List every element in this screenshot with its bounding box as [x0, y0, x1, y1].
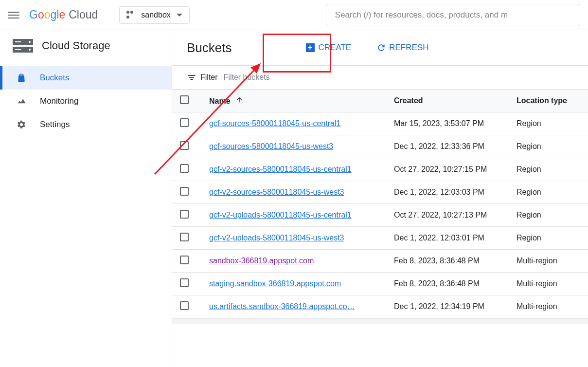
row-checkbox[interactable] [180, 164, 189, 173]
svg-rect-3 [15, 41, 21, 42]
cloud-storage-icon [13, 39, 33, 53]
column-header-name[interactable]: Name [201, 90, 386, 112]
location-type-cell: Region [509, 112, 588, 135]
horizontal-scrollbar[interactable] [172, 318, 588, 324]
filter-input-placeholder[interactable]: Filter buckets [224, 73, 270, 82]
row-checkbox[interactable] [180, 278, 189, 287]
bucket-link[interactable]: gcf-sources-58000118045-us-west3 [209, 142, 333, 150]
google-cloud-logo[interactable]: Google Cloud [29, 8, 98, 21]
created-cell: Dec 1, 2022, 12:34:19 PM [386, 295, 509, 318]
created-cell: Dec 1, 2022, 12:03:03 PM [386, 181, 509, 204]
bucket-link[interactable]: staging.sandbox-366819.appspot.com [209, 279, 341, 288]
bucket-link[interactable]: gcf-v2-sources-58000118045-us-central1 [209, 165, 352, 173]
filter-icon [187, 73, 196, 82]
create-button[interactable]: + CREATE [300, 39, 357, 56]
sidebar-item-label: Monitoring [40, 96, 78, 106]
svg-point-4 [29, 49, 31, 51]
sidebar-item-label: Buckets [40, 73, 69, 83]
refresh-icon [376, 43, 386, 53]
svg-point-2 [29, 41, 31, 43]
buckets-table: Name Created Location type gcf-sources-5… [172, 90, 588, 318]
hamburger-menu-button[interactable] [8, 9, 19, 21]
filter-row: Filter Filter buckets [172, 66, 588, 90]
row-checkbox[interactable] [180, 256, 189, 264]
filter-label[interactable]: Filter [187, 73, 218, 82]
bucket-icon [17, 73, 26, 83]
location-type-cell: Multi-region [509, 250, 588, 273]
created-cell: Oct 27, 2022, 10:27:15 PM [386, 158, 509, 181]
sidebar-header: Cloud Storage [0, 30, 172, 61]
gear-icon [17, 120, 26, 129]
row-checkbox[interactable] [180, 210, 189, 219]
topbar: Google Cloud sandbox [0, 0, 588, 30]
column-header-location-type[interactable]: Location type [509, 90, 588, 112]
logo-suffix: Cloud [69, 8, 98, 21]
table-row: sandbox-366819.appspot.com Feb 8, 2023, … [172, 250, 588, 273]
table-row: gcf-v2-sources-58000118045-us-central1 O… [172, 158, 588, 181]
main-header: Buckets + CREATE REFRESH [172, 30, 588, 66]
refresh-label: REFRESH [389, 43, 428, 53]
bucket-link[interactable]: gcf-sources-58000118045-us-central1 [209, 119, 340, 128]
main-content: Buckets + CREATE REFRESH Filter Filter b… [172, 30, 588, 367]
table-row: staging.sandbox-366819.appspot.com Feb 8… [172, 273, 588, 295]
project-icon [126, 11, 135, 19]
row-checkbox[interactable] [180, 141, 189, 150]
sort-ascending-icon [235, 96, 243, 104]
bucket-link[interactable]: us.artifacts.sandbox-366819.appspot.co… [209, 302, 355, 311]
sidebar-title: Cloud Storage [42, 39, 110, 52]
location-type-cell: Region [509, 135, 588, 158]
svg-rect-5 [15, 49, 21, 50]
table-row: gcf-sources-58000118045-us-central1 Mar … [172, 112, 588, 135]
row-checkbox[interactable] [180, 187, 189, 196]
refresh-button[interactable]: REFRESH [376, 43, 428, 53]
project-selector[interactable]: sandbox [119, 6, 190, 24]
location-type-cell: Multi-region [509, 295, 588, 318]
bucket-link[interactable]: sandbox-366819.appspot.com [209, 257, 314, 265]
search-input[interactable] [326, 4, 580, 26]
created-cell: Dec 1, 2022, 12:03:01 PM [386, 227, 509, 250]
row-checkbox[interactable] [180, 233, 189, 241]
column-header-created[interactable]: Created [386, 90, 509, 112]
row-checkbox[interactable] [180, 301, 189, 310]
sidebar-item-buckets[interactable]: Buckets [0, 66, 172, 90]
select-all-checkbox[interactable] [180, 95, 189, 104]
location-type-cell: Region [509, 204, 588, 227]
sidebar-item-label: Settings [40, 120, 70, 129]
create-label: CREATE [319, 43, 352, 53]
project-name: sandbox [141, 11, 171, 19]
monitoring-icon [17, 96, 26, 106]
table-row: gcf-sources-58000118045-us-west3 Dec 1, … [172, 135, 588, 158]
bucket-link[interactable]: gcf-v2-uploads-58000118045-us-west3 [209, 234, 344, 242]
sidebar-item-settings[interactable]: Settings [0, 113, 172, 136]
created-cell: Feb 8, 2023, 8:36:48 PM [386, 250, 509, 273]
created-cell: Oct 27, 2022, 10:27:13 PM [386, 204, 509, 227]
location-type-cell: Region [509, 181, 588, 204]
sidebar: Cloud Storage BucketsMonitoringSettings [0, 30, 172, 367]
page-title: Buckets [187, 40, 232, 55]
bucket-link[interactable]: gcf-v2-uploads-58000118045-us-central1 [209, 211, 352, 219]
location-type-cell: Multi-region [509, 273, 588, 295]
table-row: gcf-v2-uploads-58000118045-us-west3 Dec … [172, 227, 588, 250]
table-row: us.artifacts.sandbox-366819.appspot.co… … [172, 295, 588, 318]
created-cell: Dec 1, 2022, 12:33:36 PM [386, 135, 509, 158]
location-type-cell: Region [509, 227, 588, 250]
created-cell: Mar 15, 2023, 3:53:07 PM [386, 112, 509, 135]
chevron-down-icon [177, 14, 182, 17]
location-type-cell: Region [509, 158, 588, 181]
row-checkbox[interactable] [180, 118, 189, 127]
plus-icon: + [306, 43, 315, 52]
table-row: gcf-v2-sources-58000118045-us-west3 Dec … [172, 181, 588, 204]
table-row: gcf-v2-uploads-58000118045-us-central1 O… [172, 204, 588, 227]
sidebar-item-monitoring[interactable]: Monitoring [0, 90, 172, 113]
bucket-link[interactable]: gcf-v2-sources-58000118045-us-west3 [209, 188, 344, 196]
created-cell: Feb 8, 2023, 8:36:48 PM [386, 273, 509, 295]
